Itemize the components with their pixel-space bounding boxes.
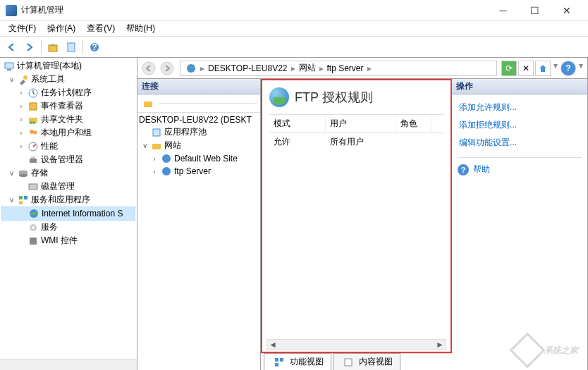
folder-icon[interactable] (142, 98, 154, 109)
expand-icon[interactable]: › (150, 168, 159, 175)
scroll-left-icon[interactable]: ◄ (267, 340, 278, 350)
tree-performance[interactable]: › 性能 (1, 140, 135, 153)
tree-label: 服务 (41, 221, 58, 233)
menu-file[interactable]: 文件(F) (3, 21, 42, 36)
expand-icon[interactable]: › (17, 142, 25, 150)
tab-label: 功能视图 (290, 356, 324, 368)
home-button[interactable] (535, 61, 551, 76)
svg-point-29 (161, 62, 173, 75)
svg-rect-16 (31, 156, 35, 159)
svg-rect-37 (280, 358, 283, 362)
collapse-icon[interactable]: ∨ (7, 196, 16, 204)
menu-help[interactable]: 帮助(H) (121, 21, 161, 36)
close-button[interactable]: ✕ (551, 1, 582, 20)
breadcrumb-seg[interactable]: 网站 (297, 62, 318, 74)
tree-label: 应用程序池 (164, 126, 207, 138)
horizontal-scrollbar[interactable] (0, 359, 137, 370)
menu-view[interactable]: 查看(V) (81, 21, 121, 36)
stop-button[interactable]: ✕ (518, 61, 534, 76)
svg-rect-4 (5, 63, 13, 68)
sites-icon (151, 140, 162, 152)
maximize-button[interactable]: ☐ (519, 1, 551, 20)
tree-label: 服务和应用程序 (31, 194, 90, 206)
breadcrumb-seg[interactable]: DESKTOP-LEU8V22 (206, 63, 290, 73)
tree-system-tools[interactable]: ∨ 系统工具 (1, 73, 135, 86)
expand-icon[interactable]: › (17, 129, 25, 137)
table-row[interactable]: 允许 所有用户 (269, 133, 443, 151)
tree-task-scheduler[interactable]: › 任务计划程序 (1, 86, 135, 99)
tree-wmi[interactable]: WMI 控件 (1, 234, 135, 247)
col-user[interactable]: 用户 (326, 115, 396, 132)
horizontal-scrollbar[interactable]: ◄ ► (267, 339, 446, 350)
tree-disk-management[interactable]: 磁盘管理 (1, 180, 135, 193)
help-icon: ? (458, 164, 469, 175)
expand-icon[interactable]: › (17, 102, 25, 110)
add-deny-rule-link[interactable]: 添加拒绝规则... (458, 116, 582, 134)
expand-icon[interactable]: › (17, 89, 25, 97)
col-mode[interactable]: 模式 (269, 115, 326, 132)
tree-label: 磁盘管理 (41, 180, 75, 192)
tree-local-users[interactable]: › 本地用户和组 (1, 126, 135, 140)
refresh-button[interactable]: ⟳ (501, 61, 517, 76)
tree-device-manager[interactable]: 设备管理器 (1, 153, 135, 166)
svg-rect-39 (345, 359, 352, 366)
window-title: 计算机管理 (21, 4, 487, 16)
scroll-right-icon[interactable]: ► (434, 340, 446, 350)
console-tree-panel: 计算机管理(本地) ∨ 系统工具 › 任务计划程序 › 事件查看器 › 共享文件… (0, 58, 137, 370)
help-link[interactable]: 帮助 (473, 164, 490, 175)
forward-button[interactable] (21, 39, 38, 56)
collapse-icon[interactable]: ∨ (7, 169, 16, 177)
col-role[interactable]: 角色 (396, 115, 431, 132)
svg-rect-5 (7, 69, 11, 70)
svg-rect-15 (30, 159, 37, 163)
expand-icon[interactable]: › (17, 116, 25, 123)
help-icon-button[interactable]: ? (561, 61, 576, 76)
tree-label: 计算机管理(本地) (17, 60, 82, 72)
feature-title: FTP 授权规则 (295, 89, 373, 106)
tree-services[interactable]: 服务 (1, 221, 135, 234)
view-tabs: 功能视图 内容视图 (261, 353, 452, 370)
globe-icon (161, 153, 172, 164)
tree-storage[interactable]: ∨ 存储 (1, 166, 135, 180)
tab-features[interactable]: 功能视图 (264, 353, 331, 370)
nav-forward-button[interactable] (159, 60, 176, 77)
conn-ftp-server[interactable]: › ftp Server (139, 165, 259, 178)
back-button[interactable] (3, 39, 20, 56)
folder-up-button[interactable] (44, 39, 61, 56)
properties-button[interactable] (63, 39, 80, 56)
tree-event-viewer[interactable]: › 事件查看器 (1, 99, 135, 113)
collapse-icon[interactable]: ∨ (7, 75, 16, 83)
nav-back-button[interactable] (140, 60, 157, 77)
tree-root[interactable]: 计算机管理(本地) (1, 59, 135, 73)
tree-iis[interactable]: Internet Information S (1, 206, 135, 221)
cell-mode: 允许 (269, 133, 326, 151)
tree-shared-folders[interactable]: › 共享文件夹 (1, 113, 135, 126)
tab-content[interactable]: 内容视图 (333, 353, 400, 370)
cell-role (396, 133, 431, 151)
svg-rect-1 (68, 43, 75, 51)
users-icon (27, 128, 39, 139)
conn-app-pools[interactable]: 应用程序池 (139, 125, 259, 139)
gear-icon (27, 222, 39, 233)
breadcrumb-seg[interactable]: ftp Server (325, 63, 366, 73)
edit-feature-settings-link[interactable]: 编辑功能设置... (458, 134, 582, 152)
menu-action[interactable]: 操作(A) (42, 21, 81, 36)
conn-root[interactable]: DESKTOP-LEU8V22 (DESKT (139, 114, 259, 125)
help-button[interactable]: ? (86, 39, 103, 56)
add-allow-rule-link[interactable]: 添加允许规则... (458, 99, 582, 116)
minimize-button[interactable]: ─ (487, 1, 519, 20)
tree-services-apps[interactable]: ∨ 服务和应用程序 (1, 193, 135, 206)
tree-label: ftp Server (174, 166, 211, 176)
apppool-icon (151, 127, 162, 138)
expand-icon[interactable]: › (150, 155, 159, 163)
collapse-icon[interactable]: ∨ (140, 142, 149, 149)
svg-rect-23 (19, 201, 23, 204)
cell-user: 所有用户 (326, 133, 396, 151)
storage-icon (18, 168, 29, 179)
svg-rect-22 (24, 196, 27, 199)
conn-default-site[interactable]: › Default Web Site (139, 152, 259, 165)
svg-rect-36 (275, 358, 278, 362)
breadcrumb-path[interactable]: ▸ DESKTOP-LEU8V22 ▸ 网站 ▸ ftp Server ▸ (180, 61, 497, 76)
conn-sites[interactable]: ∨ 网站 (139, 139, 259, 152)
rules-grid[interactable]: 模式 用户 角色 允许 所有用户 (269, 114, 443, 151)
